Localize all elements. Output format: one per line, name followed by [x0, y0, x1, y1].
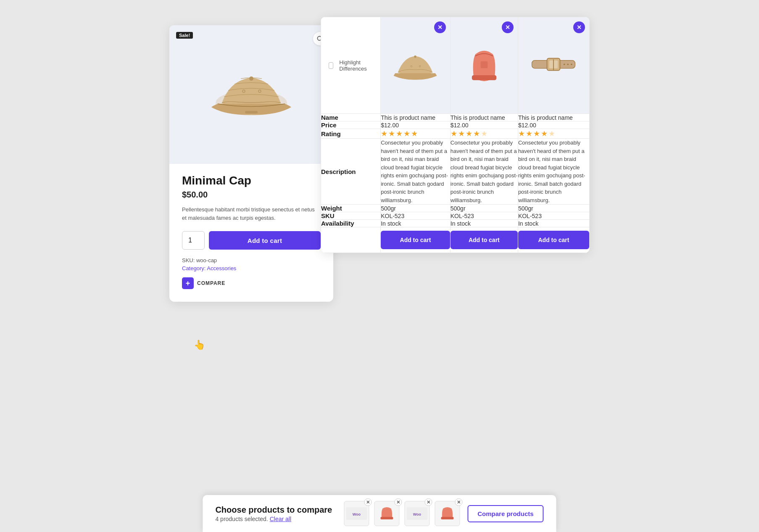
compare-bar-title: Choose products to compare: [215, 505, 332, 515]
add-to-cart-compare-2-button[interactable]: Add to cart: [518, 231, 589, 249]
compare-bar-info: Choose products to compare 4 products se…: [215, 505, 336, 522]
svg-point-18: [567, 63, 569, 65]
close-compare-2-button[interactable]: ✕: [502, 21, 514, 33]
compare-thumb-1: Woo ✕: [344, 501, 369, 526]
compare-bar-clear-button[interactable]: Clear all: [270, 516, 291, 522]
price-col-2: $12.00: [518, 121, 589, 129]
compare-plus-button[interactable]: +: [182, 277, 194, 289]
compare-weight-row: Weight500gr500gr500gr: [321, 205, 590, 212]
add-to-cart-row: Add to cart: [182, 231, 321, 250]
price-col-0: $12.00: [381, 121, 451, 129]
rating-col-2: ★★★★★: [518, 129, 589, 139]
svg-point-19: [571, 63, 572, 65]
sale-badge: Sale!: [176, 32, 193, 39]
woo-thumb-2: Woo: [406, 507, 427, 520]
weight-col-0: 500gr: [381, 205, 451, 212]
desc-col-1: Consectetur you probably haven't heard o…: [450, 139, 518, 205]
compare-cap-image-1: [392, 44, 438, 86]
sku-col-2: KOL-523: [518, 212, 589, 220]
svg-rect-25: [441, 517, 453, 519]
quantity-input[interactable]: [182, 231, 205, 250]
weight-col-2: 500gr: [518, 205, 589, 212]
compare-thumb-4: ✕: [435, 501, 460, 526]
compare-sku-row: SKUKOL-523KOL-523KOL-523: [321, 212, 590, 220]
addtocart-cell-1: Add to cart: [450, 227, 518, 253]
compare-bar: Choose products to compare 4 products se…: [203, 495, 556, 532]
svg-point-17: [564, 63, 565, 65]
weight-col-1: 500gr: [450, 205, 518, 212]
compare-products-button[interactable]: Compare products: [467, 505, 543, 522]
compare-product-image-2: ✕: [450, 17, 518, 114]
compare-row: + COMPARE: [169, 277, 333, 289]
product-sku: SKU: woo-cap: [182, 257, 321, 263]
compare-name-row: NameThis is product nameThis is product …: [321, 114, 590, 121]
highlight-checkbox[interactable]: [329, 62, 333, 69]
compare-bar-count: 4 products selected.: [215, 516, 268, 522]
sku-col-0: KOL-523: [381, 212, 451, 220]
product-title: Minimal Cap: [182, 174, 321, 187]
hat-thumb-2: [378, 505, 395, 522]
svg-rect-6: [245, 111, 258, 113]
svg-text:Woo: Woo: [353, 512, 361, 516]
availability-col-1: In stock: [450, 220, 518, 227]
svg-rect-22: [380, 517, 393, 519]
compare-bar-bottom: 4 products selected. Clear all: [215, 516, 336, 522]
price-col-1: $12.00: [450, 121, 518, 129]
compare-label: COMPARE: [197, 280, 225, 286]
hat-thumb-4: [439, 505, 456, 522]
product-image-wrap: Sale!: [169, 25, 333, 164]
compare-thumb-3: Woo ✕: [404, 501, 430, 526]
rating-col-0: ★★★★★: [381, 129, 451, 139]
availability-col-0: In stock: [381, 220, 451, 227]
compare-table: Highlight Differences ✕: [321, 17, 590, 253]
desc-col-2: Consectetur you probably haven't heard o…: [518, 139, 589, 205]
remove-thumb-4-button[interactable]: ✕: [455, 498, 462, 506]
compare-table-wrap: Highlight Differences ✕: [321, 17, 590, 253]
product-price: $50.00: [182, 190, 321, 200]
highlight-label: Highlight Differences: [339, 59, 373, 72]
product-info: Minimal Cap $50.00 Pellentesque habitant…: [169, 164, 333, 271]
name-col-1: This is product name: [450, 114, 518, 121]
compare-image-row: Highlight Differences ✕: [321, 17, 590, 114]
compare-product-image-1: ✕: [381, 17, 451, 114]
svg-rect-11: [480, 61, 488, 68]
product-image: [205, 57, 298, 132]
svg-point-7: [414, 55, 417, 58]
product-description: Pellentesque habitant morbi tristique se…: [182, 205, 321, 222]
add-to-cart-compare-0-button[interactable]: Add to cart: [381, 231, 450, 249]
cursor-pointer: 👆: [194, 340, 205, 350]
desc-col-0: Consectetur you probably haven't heard o…: [381, 139, 451, 205]
rating-col-1: ★★★★★: [450, 129, 518, 139]
compare-thumb-2: ✕: [374, 501, 399, 526]
name-col-2: This is product name: [518, 114, 589, 121]
availability-col-2: In stock: [518, 220, 589, 227]
compare-bar-thumbs: Woo ✕ ✕ Woo ✕: [344, 501, 460, 526]
compare-product-image-3: ✕: [518, 17, 589, 114]
compare-addtocart-row: Add to cartAdd to cartAdd to cart: [321, 227, 590, 253]
highlight-cell: Highlight Differences: [321, 17, 381, 114]
close-compare-3-button[interactable]: ✕: [573, 21, 585, 33]
compare-availability-row: AvailabilityIn stockIn stockIn stock: [321, 220, 590, 227]
add-to-cart-compare-1-button[interactable]: Add to cart: [451, 231, 518, 249]
product-card: Sale!: [169, 25, 333, 302]
remove-thumb-2-button[interactable]: ✕: [394, 498, 402, 506]
compare-rating-row: Rating★★★★★★★★★★★★★★★: [321, 129, 590, 139]
addtocart-cell-0: Add to cart: [381, 227, 451, 253]
remove-thumb-1-button[interactable]: ✕: [364, 498, 372, 506]
addtocart-cell-2: Add to cart: [518, 227, 589, 253]
woo-thumb-1: Woo: [346, 507, 367, 520]
compare-price-row: Price$12.00$12.00$12.00: [321, 121, 590, 129]
svg-rect-10: [472, 75, 496, 80]
name-col-0: This is product name: [381, 114, 451, 121]
compare-belt-image: [528, 48, 579, 82]
add-to-cart-button[interactable]: Add to cart: [209, 231, 321, 250]
sku-col-1: KOL-523: [450, 212, 518, 220]
svg-text:Woo: Woo: [413, 512, 422, 516]
svg-point-3: [249, 76, 253, 81]
close-compare-1-button[interactable]: ✕: [434, 21, 446, 33]
remove-thumb-3-button[interactable]: ✕: [424, 498, 432, 506]
compare-desc-row: DescriptionConsectetur you probably have…: [321, 139, 590, 205]
product-category: Category: Accessories: [182, 265, 321, 271]
compare-beanie-image: [463, 42, 505, 88]
